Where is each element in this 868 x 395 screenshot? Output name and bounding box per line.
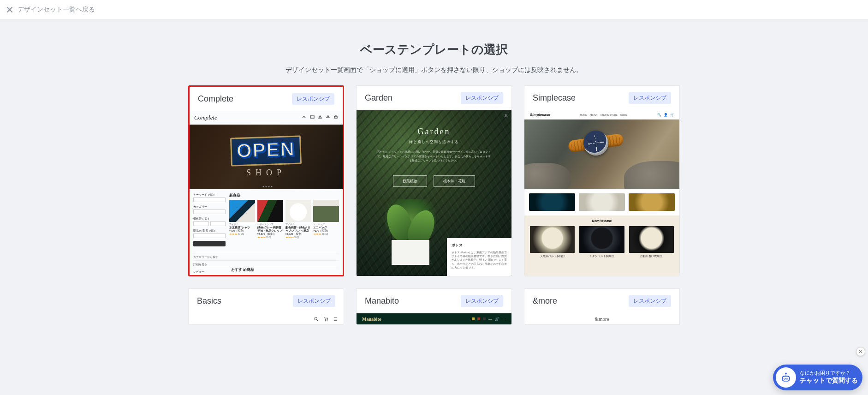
back-to-list-link[interactable]: デザインセット一覧へ戻る — [6, 6, 95, 14]
responsive-badge: レスポンシブ — [629, 295, 671, 307]
thumb-brand: Garden — [357, 127, 511, 137]
thumb-btn-plants: 観葉植物 — [393, 175, 427, 187]
template-thumbnail-basics — [189, 313, 344, 324]
template-thumbnail-complete: Complete OPEN SHOP キーワー — [190, 111, 343, 275]
card-title: Garden — [365, 93, 392, 103]
template-card-simplecase[interactable]: Simplecase レスポンシブ Simplecase HOME ABOUT … — [524, 85, 680, 276]
thumb-hero-open: OPEN — [230, 135, 302, 166]
back-to-list-label: デザインセット一覧へ戻る — [18, 6, 95, 14]
thumb-paragraph: 私たちのショップでお気軽にお問い合わせ。良質な観葉植物やデザイン性の高いプロダク… — [376, 150, 492, 163]
template-thumbnail-garden: ✕ Garden 緑と癒しの空間を追求する 私たちのショップでお気軽にお問い合わ… — [357, 110, 511, 276]
thumb-btn-pots: 植木鉢・花瓶 — [434, 175, 475, 187]
cart-icon: 🛒 — [495, 317, 499, 321]
cart-icon — [323, 317, 328, 322]
card-header: Manabito レスポンシブ — [357, 289, 511, 313]
page-header: ベーステンプレートの選択 デザインセット一覧画面で「ショップに適用」ボタンを押さ… — [0, 19, 868, 85]
svg-rect-2 — [310, 116, 314, 118]
template-thumbnail-andmore: &more — [524, 313, 679, 324]
svg-point-7 — [325, 320, 326, 321]
thumb-logo: Complete — [194, 114, 217, 121]
thumb-tagline: 緑と癒しの空間を追求する — [357, 139, 511, 144]
card-header: Complete レスポンシブ — [190, 87, 343, 111]
card-header: Simplecase レスポンシブ — [524, 86, 679, 110]
search-icon — [314, 317, 319, 322]
template-grid-wrap: Complete レスポンシブ Complete OPEN SHOP — [0, 85, 868, 343]
page-subtitle: デザインセット一覧画面で「ショップに適用」ボタンを押さない限り、ショップには反映… — [9, 66, 859, 74]
responsive-badge: レスポンシブ — [293, 295, 335, 307]
card-header: &more レスポンシブ — [524, 289, 679, 313]
responsive-badge: レスポンシブ — [461, 295, 503, 307]
card-title: Basics — [197, 296, 221, 306]
template-card-basics[interactable]: Basics レスポンシブ — [188, 288, 344, 325]
template-thumbnail-manabito: Manabito —🛒⋯ — [357, 313, 511, 324]
card-title: Simplecase — [533, 93, 576, 103]
svg-line-6 — [317, 319, 318, 321]
topbar: デザインセット一覧へ戻る — [0, 0, 868, 19]
template-card-andmore[interactable]: &more レスポンシブ &more — [524, 288, 680, 325]
thumb-header-icons: 🔍👤🛒 — [657, 113, 674, 117]
template-grid: Complete レスポンシブ Complete OPEN SHOP — [188, 85, 680, 325]
template-card-manabito[interactable]: Manabito レスポンシブ Manabito —🛒⋯ — [356, 288, 512, 325]
responsive-badge: レスポンシブ — [629, 92, 671, 104]
thumb-toolbar-icons — [302, 115, 338, 120]
card-header: Basics レスポンシブ — [189, 289, 344, 313]
card-title: Complete — [198, 94, 233, 104]
responsive-badge: レスポンシブ — [292, 93, 334, 105]
card-header: Garden レスポンシブ — [357, 86, 511, 110]
menu-icon — [333, 317, 338, 322]
svg-rect-4 — [334, 116, 337, 118]
page-title: ベーステンプレートの選択 — [9, 42, 859, 58]
card-title: &more — [533, 296, 557, 306]
template-card-complete[interactable]: Complete レスポンシブ Complete OPEN SHOP — [188, 85, 344, 276]
thumb-hero-shop: SHOP — [246, 168, 286, 178]
responsive-badge: レスポンシブ — [461, 92, 503, 104]
close-icon — [6, 6, 13, 13]
card-title: Manabito — [365, 296, 399, 306]
svg-point-8 — [327, 320, 327, 321]
template-thumbnail-simplecase: Simplecase HOME ABOUT ONLINE STORE GUIDE… — [524, 110, 679, 276]
svg-point-5 — [315, 317, 317, 320]
template-card-garden[interactable]: Garden レスポンシブ ✕ Garden 緑と癒しの空間を追求する 私たちの… — [356, 85, 512, 276]
